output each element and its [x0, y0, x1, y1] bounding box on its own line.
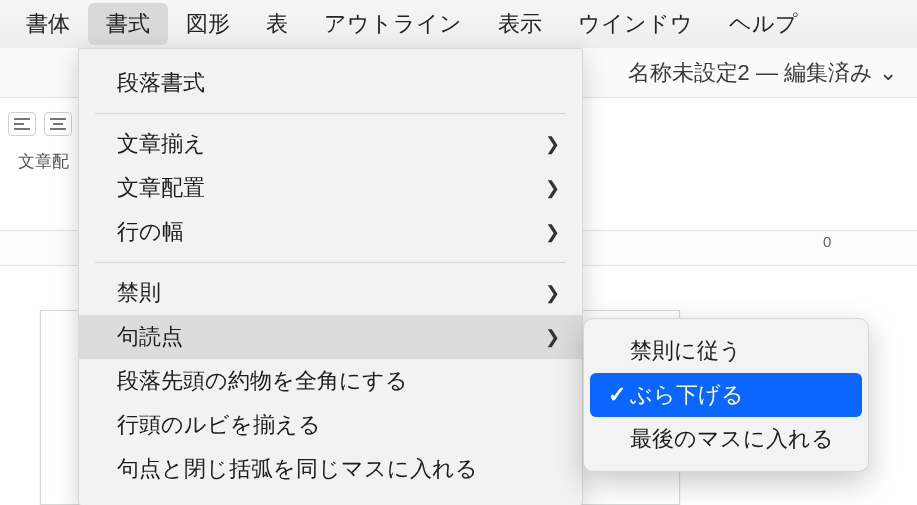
submenu-item-label: ぶら下げる	[630, 380, 744, 410]
submenu-item-label: 禁則に従う	[630, 336, 742, 366]
punctuation-submenu: 禁則に従う ✓ ぶら下げる 最後のマスに入れる	[583, 318, 869, 472]
menu-item-label: 行頭のルビを揃える	[117, 410, 321, 440]
submenu-item-label: 最後のマスに入れる	[630, 424, 834, 454]
toolbar-fragment: 文章配	[0, 98, 80, 208]
menu-format[interactable]: 書式	[88, 3, 168, 45]
menu-item-label: 文章配置	[117, 173, 205, 203]
toolbar-label: 文章配	[0, 140, 80, 173]
menu-item-align-ruby[interactable]: 行頭のルビを揃える	[79, 403, 582, 447]
menu-item-label: 段落書式	[117, 68, 205, 98]
menu-window[interactable]: ウインドウ	[560, 3, 711, 45]
menu-item-line-width[interactable]: 行の幅 ❯	[79, 210, 582, 254]
menu-outline[interactable]: アウトライン	[306, 3, 480, 45]
menu-separator	[95, 113, 566, 114]
menu-item-label: 行の幅	[117, 217, 184, 247]
align-button-1[interactable]	[8, 112, 36, 136]
submenu-item-hanging[interactable]: ✓ ぶら下げる	[590, 373, 862, 417]
menu-item-punctuation[interactable]: 句読点 ❯	[79, 315, 582, 359]
menubar: 書体 書式 図形 表 アウトライン 表示 ウインドウ ヘルプ	[0, 0, 917, 48]
menu-help[interactable]: ヘルプ	[711, 3, 816, 45]
menu-table[interactable]: 表	[248, 3, 306, 45]
check-icon: ✓	[604, 382, 630, 408]
menu-item-period-bracket-same-cell[interactable]: 句点と閉じ括弧を同じマスに入れる	[79, 447, 582, 491]
chevron-right-icon: ❯	[545, 326, 560, 348]
chevron-right-icon: ❯	[545, 282, 560, 304]
menu-item-label: 段落先頭の約物を全角にする	[117, 366, 408, 396]
format-dropdown: 段落書式 文章揃え ❯ 文章配置 ❯ 行の幅 ❯ 禁則 ❯ 句読点 ❯ 段落先頭…	[78, 48, 583, 505]
align-button-2[interactable]	[44, 112, 72, 136]
menu-item-label: 文章揃え	[117, 129, 206, 159]
menu-item-text-placement[interactable]: 文章配置 ❯	[79, 166, 582, 210]
submenu-item-last-cell[interactable]: 最後のマスに入れる	[590, 417, 862, 461]
menu-font[interactable]: 書体	[8, 3, 88, 45]
menu-shape[interactable]: 図形	[168, 3, 248, 45]
menu-item-paragraph-format[interactable]: 段落書式	[79, 61, 582, 105]
ruler-mark-0: 0	[823, 233, 831, 250]
chevron-right-icon: ❯	[545, 221, 560, 243]
window-title: 名称未設定2 — 編集済み	[628, 58, 873, 88]
menu-view[interactable]: 表示	[480, 3, 560, 45]
chevron-right-icon: ❯	[545, 177, 560, 199]
menu-item-label: 禁則	[117, 278, 161, 308]
menu-item-text-align[interactable]: 文章揃え ❯	[79, 122, 582, 166]
menu-item-label: 句点と閉じ括弧を同じマスに入れる	[117, 454, 478, 484]
menu-item-fullwidth-opening[interactable]: 段落先頭の約物を全角にする	[79, 359, 582, 403]
menu-item-label: 句読点	[117, 322, 183, 352]
chevron-down-icon[interactable]: ⌄	[879, 60, 897, 86]
submenu-item-follow-kinsoku[interactable]: 禁則に従う	[590, 329, 862, 373]
menu-item-kinsoku[interactable]: 禁則 ❯	[79, 271, 582, 315]
menu-separator	[95, 262, 566, 263]
chevron-right-icon: ❯	[545, 133, 560, 155]
